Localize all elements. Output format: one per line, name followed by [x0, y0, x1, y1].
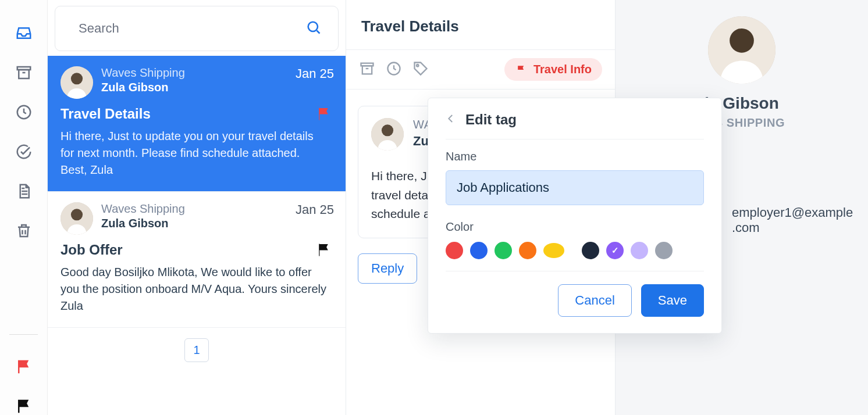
svg-point-7 [71, 209, 83, 220]
message-list-column: Search Waves Shipping Zula Gibson Jan 25… [48, 0, 346, 415]
tag-name-input[interactable] [446, 170, 704, 205]
tag-icon[interactable] [412, 60, 429, 79]
contact-avatar [708, 16, 775, 84]
flag-icon[interactable] [314, 106, 334, 122]
popover-title: Edit tag [465, 112, 517, 128]
message-org: Waves Shipping [101, 202, 287, 216]
trash-icon[interactable] [15, 222, 33, 239]
name-label: Name [446, 150, 704, 163]
message-title: Travel Details [346, 0, 615, 50]
snooze-icon[interactable] [386, 60, 402, 79]
tag-pill[interactable]: Travel Info [504, 58, 602, 81]
color-label: Color [446, 220, 704, 234]
inbox-icon[interactable] [15, 24, 33, 42]
avatar [61, 202, 93, 235]
tag-pill-label: Travel Info [533, 63, 592, 76]
flag-black-icon[interactable] [15, 398, 33, 415]
edit-tag-popover: Edit tag Name Color Cancel Save [428, 98, 722, 334]
message-toolbar: Travel Info [346, 50, 615, 90]
message-org: Waves Shipping [101, 66, 287, 80]
message-person: Zula Gibson [101, 217, 287, 230]
svg-point-5 [71, 73, 83, 84]
color-swatch[interactable] [655, 242, 673, 259]
reply-button[interactable]: Reply [358, 253, 417, 284]
color-swatch[interactable] [582, 242, 599, 259]
message-preview: Good day Bosiljko Mlikota, We would like… [61, 264, 328, 314]
message-subject: Job Offer [61, 242, 123, 258]
flag-icon[interactable] [314, 242, 334, 258]
avatar [61, 66, 93, 99]
color-swatch[interactable] [631, 242, 648, 259]
message-preview: Hi there, Just to update you on your tra… [61, 128, 328, 178]
search-icon [305, 19, 322, 38]
color-swatch[interactable] [495, 242, 512, 259]
message-person: Zula Gibson [101, 81, 287, 94]
contact-email: employer1@example.com [732, 205, 854, 235]
message-date: Jan 25 [296, 202, 334, 217]
archive-icon[interactable] [15, 64, 33, 81]
search-placeholder: Search [79, 21, 119, 36]
svg-rect-1 [19, 70, 29, 78]
nav-rail [0, 0, 48, 415]
flag-red-icon[interactable] [15, 358, 33, 375]
svg-point-13 [382, 124, 393, 136]
svg-rect-9 [362, 66, 372, 74]
color-swatch[interactable] [606, 242, 624, 259]
search-input[interactable]: Search [55, 6, 339, 51]
message-subject: Travel Details [61, 106, 151, 122]
sender-avatar [371, 118, 404, 151]
archive-icon[interactable] [359, 60, 375, 79]
svg-point-15 [730, 28, 754, 53]
color-swatch[interactable] [543, 243, 564, 258]
color-swatch[interactable] [470, 242, 488, 259]
pager: 1 [48, 328, 346, 362]
color-swatches [446, 242, 704, 271]
save-button[interactable]: Save [641, 284, 704, 317]
back-icon[interactable] [446, 111, 456, 128]
cancel-button[interactable]: Cancel [558, 284, 631, 317]
message-item[interactable]: Waves Shipping Zula Gibson Jan 25 Travel… [48, 56, 346, 192]
check-circle-icon[interactable] [15, 143, 33, 160]
color-swatch[interactable] [519, 242, 536, 259]
svg-point-11 [417, 65, 419, 67]
message-date: Jan 25 [296, 66, 334, 81]
message-item[interactable]: Waves Shipping Zula Gibson Jan 25 Job Of… [48, 192, 346, 328]
document-icon[interactable] [15, 183, 33, 200]
clock-icon[interactable] [15, 103, 33, 121]
page-number[interactable]: 1 [184, 338, 208, 362]
color-swatch[interactable] [446, 242, 463, 259]
svg-point-3 [308, 22, 318, 31]
